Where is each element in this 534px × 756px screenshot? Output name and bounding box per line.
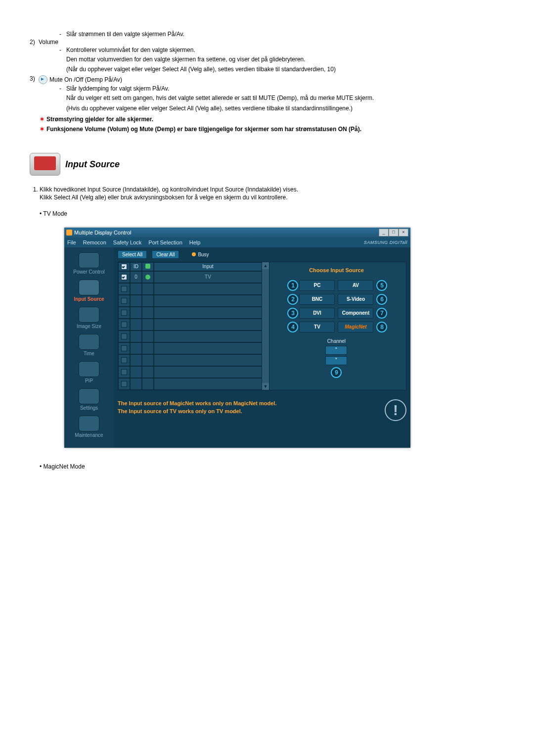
menu-file[interactable]: File — [67, 239, 76, 245]
table-row[interactable] — [118, 295, 262, 307]
src-bnc-button[interactable]: BNC — [299, 294, 335, 305]
table-row[interactable] — [118, 319, 262, 331]
clear-all-button[interactable]: Clear All — [152, 250, 179, 259]
star-icon: ✶ — [40, 116, 44, 123]
star-icon: ✶ — [40, 126, 44, 133]
table-row[interactable] — [118, 366, 262, 378]
star2: Funksjonene Volume (Volum) og Mute (Demp… — [46, 126, 361, 133]
col-input: Input — [154, 262, 262, 271]
status-icon — [145, 275, 150, 280]
step1b: Klikk Select All (Velg alle) eller bruk … — [40, 194, 288, 201]
section-title: Input Source — [65, 159, 120, 170]
table-row[interactable]: 0 TV — [118, 271, 262, 283]
callout-7: 7 — [376, 308, 387, 319]
menu-safety-lock[interactable]: Safety Lock — [113, 239, 141, 245]
callout-4: 4 — [287, 322, 298, 332]
display-table: ID Input 0 TV — [118, 262, 263, 390]
mute-title: Mute On /Off (Demp På/Av) — [49, 76, 122, 83]
tv-mode-label: TV Mode — [40, 210, 504, 218]
menubar: File Remocon Safety Lock Port Selection … — [64, 237, 410, 247]
channel-up-button[interactable]: ˄ — [325, 346, 347, 355]
src-av-button[interactable]: AV — [338, 280, 373, 291]
callout-5: 5 — [376, 280, 387, 291]
document-page: - Slår strømmen til den valgte skjermen … — [0, 0, 534, 492]
step1a: Klikk hovedikonet Input Source (Inndatak… — [40, 186, 298, 193]
panel-title: Choose Input Source — [271, 267, 402, 273]
src-pc-button[interactable]: PC — [299, 280, 335, 291]
table-row[interactable] — [118, 378, 262, 390]
app-window: Multiple Display Control _ □ × File Remo… — [64, 228, 410, 448]
col-check[interactable] — [118, 262, 130, 271]
steps-list: Klikk hovedikonet Input Source (Inndatak… — [30, 186, 504, 201]
channel-down-button[interactable]: ˅ — [325, 356, 347, 365]
sidebar: Power Control Input Source Image Size Ti… — [64, 247, 114, 448]
sidebar-item-settings[interactable]: Settings — [64, 388, 114, 411]
menu-help[interactable]: Help — [189, 239, 201, 245]
menu-remocon[interactable]: Remocon — [83, 239, 106, 245]
close-button[interactable]: × — [399, 229, 408, 236]
volume-l3: (Når du opphever valget eller velger Sel… — [66, 65, 504, 73]
sidebar-item-maintenance[interactable]: Maintenance — [64, 416, 114, 438]
busy-dot-icon — [192, 252, 196, 256]
src-dvi-button[interactable]: DVI — [299, 308, 335, 319]
busy-indicator: Busy — [192, 252, 209, 257]
mute-l1: Slår lyddemping for valgt skjerm På/Av. — [66, 85, 169, 92]
app-screenshot: Multiple Display Control _ □ × File Remo… — [64, 228, 504, 448]
col-status — [142, 262, 154, 271]
speaker-icon — [39, 75, 47, 84]
list-num: 2) — [30, 39, 39, 46]
menu-port-selection[interactable]: Port Selection — [148, 239, 182, 245]
callout-3: 3 — [287, 308, 298, 319]
callout-8: 8 — [376, 322, 387, 332]
callout-9: 9 — [331, 367, 342, 378]
src-magicnet-button[interactable]: MagicNet — [338, 322, 373, 332]
select-all-button[interactable]: Select All — [118, 250, 147, 259]
sidebar-item-input-source[interactable]: Input Source — [64, 280, 114, 302]
volume-title: Volume — [39, 39, 58, 46]
list-num: 3) — [30, 75, 39, 82]
footer-text: The Input source of MagicNet works only … — [118, 399, 376, 416]
scroll-up-icon[interactable]: ▲ — [262, 262, 269, 269]
star1: Strømstyring gjelder for alle skjermer. — [46, 116, 153, 123]
scrollbar[interactable]: ▲ ▼ — [262, 262, 269, 390]
brand-label: SAMSUNG DIGITall — [364, 240, 407, 245]
input-source-panel: Choose Input Source 1 PC AV 5 2 BNC S-Vi… — [267, 262, 406, 390]
table-row[interactable] — [118, 283, 262, 295]
toolbar: Select All Clear All Busy — [118, 250, 406, 259]
app-icon — [66, 230, 72, 236]
dash: - — [59, 31, 66, 38]
row-checkbox[interactable] — [121, 274, 127, 280]
maximize-button[interactable]: □ — [389, 229, 399, 236]
volume-l2: Den mottar volumverdien for den valgte s… — [66, 55, 504, 63]
table-row[interactable] — [118, 331, 262, 342]
minimize-button[interactable]: _ — [379, 229, 389, 236]
scroll-down-icon[interactable]: ▼ — [262, 383, 269, 390]
main-area: Select All Clear All Busy ID Input — [114, 247, 410, 448]
titlebar: Multiple Display Control _ □ × — [64, 228, 410, 237]
col-id: ID — [130, 262, 142, 271]
volume-row: 2) Volume — [30, 39, 504, 46]
power-note-text: Slår strømmen til den valgte skjermen På… — [66, 31, 184, 38]
sidebar-item-image-size[interactable]: Image Size — [64, 307, 114, 329]
volume-l1: Kontrollerer volumnivået for den valgte … — [66, 47, 195, 53]
info-icon: ! — [385, 399, 406, 421]
callout-6: 6 — [376, 294, 387, 305]
window-title: Multiple Display Control — [74, 230, 132, 236]
src-component-button[interactable]: Component — [338, 308, 373, 319]
table-row[interactable] — [118, 354, 262, 366]
mute-row: 3) Mute On /Off (Demp På/Av) — [30, 75, 504, 84]
callout-2: 2 — [287, 294, 298, 305]
src-svideo-button[interactable]: S-Video — [338, 294, 373, 305]
table-row[interactable] — [118, 307, 262, 319]
sidebar-item-pip[interactable]: PIP — [64, 361, 114, 383]
power-note-row: - Slår strømmen til den valgte skjermen … — [59, 31, 504, 38]
channel-label: Channel — [271, 338, 402, 344]
table-row[interactable] — [118, 342, 262, 354]
input-source-icon — [30, 153, 60, 176]
mute-l2: Når du velger ett sett om gangen, hvis d… — [66, 94, 504, 102]
mute-l3: (Hvis du opphever valgene eller velger S… — [66, 104, 504, 112]
sidebar-item-time[interactable]: Time — [64, 334, 114, 356]
src-tv-button[interactable]: TV — [299, 322, 335, 332]
sidebar-item-power[interactable]: Power Control — [64, 252, 114, 275]
row-input: TV — [154, 271, 262, 283]
